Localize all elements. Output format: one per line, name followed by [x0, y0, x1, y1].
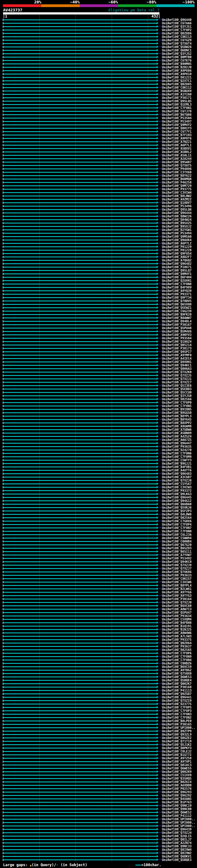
hit-bar[interactable]	[3, 40, 157, 41]
alignment-row[interactable]: UniRef100_Q9NC19	[0, 804, 197, 807]
hit-bar[interactable]	[3, 545, 157, 545]
hit-bar[interactable]	[3, 697, 157, 698]
hit-bar[interactable]	[3, 314, 157, 315]
hit-label[interactable]: UniRef100_P53496	[162, 205, 192, 208]
hit-label[interactable]: UniRef100_B2LW61	[162, 587, 192, 591]
hit-label[interactable]: UniRef100_A9TYG3	[162, 594, 192, 597]
hit-label[interactable]: UniRef100_P30168	[162, 685, 192, 689]
hit-bar[interactable]	[3, 565, 157, 566]
hit-bar[interactable]	[3, 460, 157, 461]
hit-bar[interactable]	[3, 788, 157, 789]
alignment-row[interactable]: UniRef100_P93633	[0, 574, 197, 577]
alignment-row[interactable]: UniRef100_Q9LKG3	[0, 492, 197, 496]
alignment-row[interactable]: UniRef100_Q94KC1	[0, 364, 197, 367]
hit-label[interactable]: UniRef100_Q5FZP3	[162, 509, 192, 513]
hit-label[interactable]: UniRef100_A8W4W6	[162, 631, 192, 634]
hit-bar[interactable]	[3, 219, 157, 220]
hit-label[interactable]: UniRef100_Q71T19	[162, 740, 192, 743]
hit-bar[interactable]	[3, 338, 157, 339]
alignment-row[interactable]: UniRef100_Q10AZ4	[0, 340, 197, 343]
alignment-row[interactable]: UniRef100_P81229	[0, 245, 197, 248]
alignment-row[interactable]: UniRef100_Q96483	[0, 472, 197, 475]
hit-bar[interactable]	[3, 602, 157, 603]
hit-bar[interactable]	[3, 636, 157, 637]
alignment-row[interactable]: UniRef100_Q5BQE4	[0, 679, 197, 682]
alignment-row[interactable]: UniRef100_A9TYG3	[0, 594, 197, 597]
alignment-row[interactable]: UniRef100_Q3YJS0	[0, 394, 197, 398]
hit-label[interactable]: UniRef100_UPI000..	[162, 726, 195, 730]
hit-bar[interactable]	[3, 819, 157, 820]
hit-bar[interactable]	[3, 250, 157, 251]
hit-bar[interactable]	[3, 87, 157, 88]
hit-label[interactable]: UniRef100_B6RMQ8	[162, 177, 192, 181]
hit-label[interactable]: UniRef100_Q96292	[162, 794, 192, 797]
hit-bar[interactable]	[3, 571, 157, 572]
alignment-row[interactable]: UniRef100_C7F8N8	[0, 282, 197, 286]
hit-label[interactable]: UniRef100_P93775	[162, 188, 192, 191]
hit-label[interactable]: UniRef100_Q67G20	[162, 543, 192, 547]
hit-label[interactable]: UniRef100_C6G239	[162, 309, 192, 313]
hit-label[interactable]: UniRef100_Q7XZJ5	[162, 374, 192, 377]
hit-bar[interactable]	[3, 548, 157, 549]
hit-label[interactable]: UniRef100_C8KI13	[162, 35, 192, 38]
hit-label[interactable]: UniRef100_B8XPP2	[162, 421, 192, 425]
hit-bar[interactable]	[3, 758, 157, 759]
hit-label[interactable]: UniRef100_Q8IAC3	[162, 763, 192, 767]
hit-label[interactable]: UniRef100_Q96483	[162, 472, 192, 475]
hit-label[interactable]: UniRef100_Q5J1K2	[162, 743, 192, 746]
alignment-row[interactable]: UniRef100_A9P886	[0, 69, 197, 72]
hit-bar[interactable]	[3, 632, 157, 633]
alignment-row[interactable]: UniRef100_Q9XHH1	[0, 360, 197, 364]
hit-bar[interactable]	[3, 294, 157, 295]
alignment-row[interactable]: UniRef100_Q96293	[0, 790, 197, 794]
hit-label[interactable]: UniRef100_P10671	[162, 266, 192, 269]
alignment-row[interactable]: UniRef100_C5WTY3	[0, 459, 197, 462]
alignment-row[interactable]: UniRef100_Q5PU47	[0, 611, 197, 614]
hit-label[interactable]: UniRef100_Q0Z886	[162, 32, 192, 35]
hit-bar[interactable]	[3, 216, 157, 217]
hit-bar[interactable]	[3, 307, 157, 308]
alignment-row[interactable]: UniRef100_P41113	[0, 689, 197, 692]
alignment-row[interactable]: UniRef100_Q5EDD3	[0, 388, 197, 391]
hit-label[interactable]: UniRef100_Q6WE53	[162, 675, 192, 679]
hit-bar[interactable]	[3, 629, 157, 630]
hit-label[interactable]: UniRef100_Q7XZI9	[162, 699, 192, 702]
hit-bar[interactable]	[3, 592, 157, 593]
alignment-row[interactable]: UniRef100_C7F8N0	[0, 530, 197, 533]
hit-bar[interactable]	[3, 700, 157, 701]
hit-label[interactable]: UniRef100_Q9ZSD7	[162, 692, 192, 695]
hit-bar[interactable]	[3, 663, 157, 664]
hit-bar[interactable]	[3, 209, 157, 210]
alignment-row[interactable]: UniRef100_Q7XZI7	[0, 380, 197, 384]
hit-label[interactable]: UniRef100_B2D2J0	[162, 66, 192, 69]
alignment-row[interactable]: UniRef100_Q8H1Y3	[0, 127, 197, 130]
hit-bar[interactable]	[3, 77, 157, 78]
alignment-row[interactable]: UniRef100_Q76K86	[0, 570, 197, 574]
alignment-row[interactable]: UniRef100_C7F8P3	[0, 709, 197, 713]
hit-label[interactable]: UniRef100_Q05214	[162, 343, 192, 347]
alignment-row[interactable]: UniRef100_Q5I3E6	[0, 384, 197, 388]
alignment-row[interactable]: UniRef100_Q6WE55	[0, 767, 197, 770]
hit-bar[interactable]	[3, 195, 157, 196]
alignment-row[interactable]: UniRef100_Q002K9	[0, 770, 197, 773]
alignment-row[interactable]: UniRef100_C6TAA6	[0, 22, 197, 25]
hit-label[interactable]: UniRef100_C7F8N8	[162, 282, 192, 286]
hit-bar[interactable]	[3, 731, 157, 732]
hit-bar[interactable]	[3, 97, 157, 98]
hit-label[interactable]: UniRef100_Q5EWZ1	[162, 306, 192, 309]
hit-bar[interactable]	[3, 260, 157, 261]
alignment-row[interactable]: UniRef100_C8KI12	[0, 86, 197, 89]
hit-bar[interactable]	[3, 263, 157, 264]
hit-bar[interactable]	[3, 849, 157, 850]
hit-bar[interactable]	[3, 734, 157, 735]
hit-label[interactable]: UniRef100_Q6WE55	[162, 767, 192, 770]
hit-bar[interactable]	[3, 832, 157, 833]
alignment-row[interactable]: UniRef100_A4ZSZ4	[0, 435, 197, 438]
hit-bar[interactable]	[3, 36, 157, 37]
hit-label[interactable]: UniRef100_P41112	[162, 814, 192, 817]
hit-label[interactable]: UniRef100_C6T7Y1	[162, 130, 192, 133]
alignment-row[interactable]: UniRef100_O23775	[0, 702, 197, 706]
hit-bar[interactable]	[3, 646, 157, 647]
hit-label[interactable]: UniRef100_Q8H6A3	[162, 367, 192, 370]
hit-bar[interactable]	[3, 358, 157, 359]
